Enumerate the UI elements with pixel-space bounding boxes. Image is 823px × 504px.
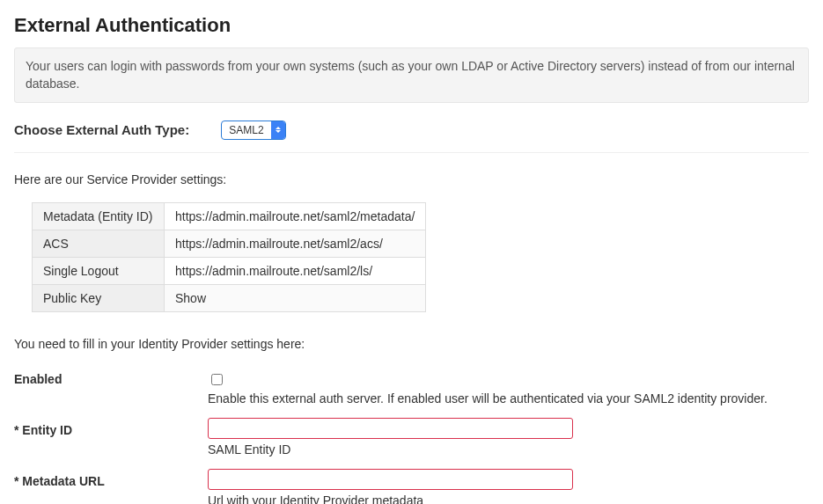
sp-row-label: Metadata (Entity ID) [33,202,165,230]
auth-type-select[interactable]: SAML2 [221,121,285,140]
entity-id-input[interactable] [208,418,573,439]
enabled-checkbox[interactable] [211,374,223,385]
sp-row-value: https://admin.mailroute.net/saml2/ls/ [165,257,426,284]
table-row: ACS https://admin.mailroute.net/saml2/ac… [33,230,426,257]
enabled-help: Enable this external auth server. If ena… [208,391,809,405]
enabled-label: Enabled [14,367,208,386]
sp-row-value: https://admin.mailroute.net/saml2/metada… [165,202,426,230]
auth-type-selected: SAML2 [222,121,270,139]
table-row: Single Logout https://admin.mailroute.ne… [33,257,426,284]
metadata-url-input[interactable] [208,469,573,490]
sp-row-value: https://admin.mailroute.net/saml2/acs/ [165,230,426,257]
sp-intro: Here are our Service Provider settings: [14,172,809,186]
sp-row-value[interactable]: Show [165,284,426,311]
info-description: Your users can login with passwords from… [14,47,809,103]
sp-row-label: Public Key [33,284,165,311]
metadata-url-label: * Metadata URL [14,469,208,488]
chevron-updown-icon [271,121,285,139]
table-row: Public Key Show [33,284,426,311]
metadata-url-help: Url with your Identity Provider metadata [208,493,809,504]
sp-settings-table: Metadata (Entity ID) https://admin.mailr… [32,202,426,312]
sp-row-label: Single Logout [33,257,165,284]
entity-id-label: * Entity ID [14,418,208,437]
idp-intro: You need to fill in your Identity Provid… [14,337,809,351]
table-row: Metadata (Entity ID) https://admin.mailr… [33,202,426,230]
sp-row-label: ACS [33,230,165,257]
page-title: External Authentication [14,14,809,37]
auth-type-label: Choose External Auth Type: [14,122,189,137]
entity-id-help: SAML Entity ID [208,442,809,457]
